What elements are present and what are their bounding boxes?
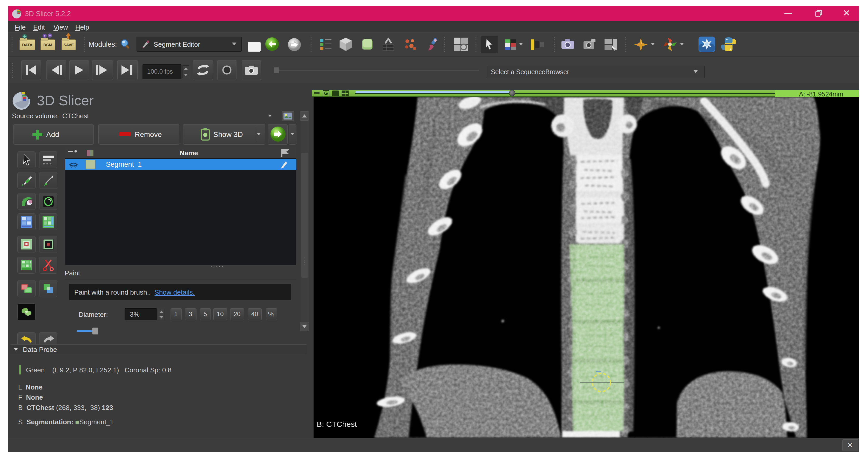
svg-text:B: CTChest: B: CTChest bbox=[317, 420, 357, 428]
